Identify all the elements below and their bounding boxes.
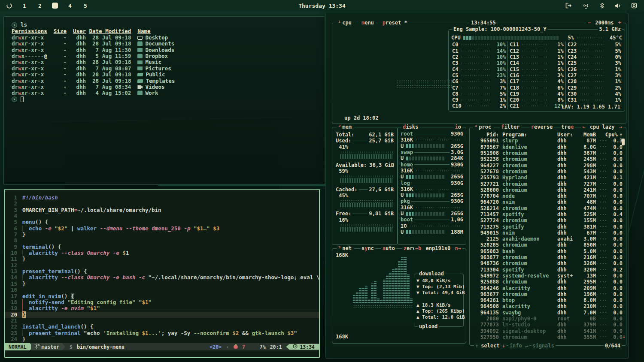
process-mem: 421M bbox=[577, 175, 596, 181]
process-row[interactable]: 527724chromiumdhh155M0.0 bbox=[470, 217, 626, 223]
terminal-output[interactable]: ›lsPermissionsSizeUserDate ModifiedNamed… bbox=[4, 17, 325, 108]
process-row[interactable]: 879567kdenlivedhh8.0G0.0 bbox=[470, 144, 626, 150]
network-panel[interactable]: ³net sync auto zero ←b enp191s0 n→ 168K … bbox=[332, 248, 466, 344]
process-row[interactable]: 949015nvimdhh67M0.0 bbox=[470, 230, 626, 236]
process-row[interactable]: 528285chromiumdhh850M0.0 bbox=[470, 242, 626, 248]
cpu-panel[interactable]: ¹cpu menu preset * 13:34:55 − 2000ms + u… bbox=[332, 23, 626, 124]
process-row[interactable]: 2125avahi-daemonavahi3.0M0.0 bbox=[470, 236, 626, 242]
mem-value: 27,6 GiB bbox=[369, 187, 394, 193]
net-sync-button[interactable]: sync bbox=[360, 245, 375, 251]
cpu-core-row: C77% bbox=[452, 84, 506, 90]
process-row[interactable]: 963677chromiumdhh198M0.0 bbox=[470, 291, 626, 297]
process-row[interactable]: 528214chromiumdhh474M0.0 bbox=[470, 205, 626, 211]
net-graph-bar bbox=[383, 279, 386, 303]
net-interface[interactable]: ←b enp191s0 n→ bbox=[414, 245, 462, 251]
process-row[interactable]: 964135swaybgdhh7.0M0.0 bbox=[470, 310, 626, 316]
process-row[interactable]: 527950chromiumdhh355M0.0 bbox=[470, 334, 626, 340]
ls-name: Work bbox=[137, 90, 158, 96]
process-row[interactable]: 713457spotifydhh525M0.4 bbox=[470, 211, 626, 217]
disks-panel-title[interactable]: disks bbox=[401, 124, 419, 130]
disk-used-meter bbox=[406, 144, 445, 148]
process-row[interactable]: 964227chromiumdhh298M0.0 bbox=[470, 162, 626, 168]
process-row[interactable]: 2080napi/phy0-0root0B0.0 bbox=[470, 316, 626, 322]
process-row[interactable]: 964261btopdhh8.0M0.0 bbox=[470, 297, 626, 303]
shell-prompt-empty[interactable]: › bbox=[12, 97, 317, 103]
update-interval: − 2000ms + bbox=[586, 20, 623, 26]
process-row[interactable]: 528600chromiumdhh241M0.0 bbox=[470, 187, 626, 193]
proc-sort-selector[interactable]: ← cpu lazy → bbox=[581, 124, 623, 130]
upload-label: upload bbox=[418, 323, 439, 329]
process-row[interactable]: 951908chromiumdhh387M0.0 bbox=[470, 150, 626, 156]
process-row[interactable]: 964508alacrittydhh210M0.0 bbox=[470, 303, 626, 309]
process-row[interactable]: 952238chromiumdhh245M0.0 bbox=[470, 156, 626, 162]
perm-char: d bbox=[12, 71, 15, 78]
select-up-arrow[interactable]: ↑ bbox=[475, 343, 478, 349]
process-row[interactable]: 963877chromiumdhh216M0.0 bbox=[470, 254, 626, 260]
process-row[interactable]: 964246alacrittydhh209M0.0 bbox=[470, 285, 626, 291]
process-user: dhh bbox=[557, 224, 577, 230]
process-row[interactable]: 777873lm-studiodhh379M0.0 bbox=[470, 322, 626, 328]
proc-header-program[interactable]: Program: bbox=[502, 132, 557, 138]
perm-char: r bbox=[24, 84, 28, 90]
select-label: select bbox=[481, 343, 499, 349]
process-row[interactable]: 527678chromiumdhh543M0.0 bbox=[470, 169, 626, 175]
menu-button[interactable]: menu bbox=[360, 20, 375, 26]
process-row[interactable]: 965091slurpdhh87M0.3 bbox=[470, 138, 626, 144]
process-row[interactable]: 527721chromiumdhh727M0.0 bbox=[470, 181, 626, 187]
process-panel[interactable]: ⁴proc filter reverse tree ← cpu lazy → P… bbox=[469, 127, 626, 346]
proc-reverse-button[interactable]: reverse bbox=[530, 124, 554, 130]
disk-io-graph bbox=[416, 206, 461, 209]
proc-scroll-down-icon[interactable]: ↓ bbox=[623, 333, 626, 339]
process-row[interactable]: 925888chromiumdhh295M0.0 bbox=[470, 279, 626, 285]
cpu-panel-title[interactable]: ¹cpu bbox=[337, 20, 354, 26]
net-auto-button[interactable]: auto bbox=[381, 245, 396, 251]
process-row[interactable]: 964720nvimdhh48M0.0 bbox=[470, 199, 626, 205]
line-number: 6 bbox=[5, 226, 22, 232]
perm-char: d bbox=[12, 34, 15, 41]
proc-scrollbar-thumb[interactable] bbox=[622, 139, 625, 145]
core-usage-graph bbox=[461, 87, 490, 89]
cpu-core-row: C111% bbox=[510, 42, 563, 48]
proc-header-user[interactable]: User: bbox=[557, 132, 577, 138]
process-mem: 474M bbox=[577, 205, 596, 211]
mem-panel-title[interactable]: ²mem bbox=[337, 124, 354, 130]
code-token: } bbox=[22, 256, 26, 262]
proc-header-pid[interactable]: Pid: bbox=[472, 132, 499, 138]
code-token: present_terminal bbox=[29, 330, 80, 336]
process-row[interactable]: 965083bashdhh5.0M0.0 bbox=[470, 248, 626, 254]
preset-button[interactable]: preset * bbox=[381, 20, 409, 26]
process-cpu: 0.0 bbox=[610, 205, 623, 211]
core-usage-graph bbox=[579, 62, 606, 64]
memory-panel[interactable]: ²mem Total:62,1 GiBUsed:25,7 GiB 41%Avai… bbox=[332, 127, 398, 245]
proc-panel-title[interactable]: ⁴proc bbox=[473, 124, 494, 130]
proc-tree-button[interactable]: tree bbox=[560, 124, 575, 130]
code-buffer[interactable]: 1#!/bin/bash23OMARCHY_BIN_PATH=~/.local/… bbox=[5, 190, 319, 342]
disks-panel[interactable]: disks io root930G316KU265Gswap3.0GU284Kh… bbox=[398, 127, 466, 245]
process-row[interactable]: 713275spotifydhh381M0.0 bbox=[470, 223, 626, 229]
process-row[interactable]: 713304spotifydhh320M0.2 bbox=[470, 267, 626, 273]
select-down-arrow[interactable]: ↓ bbox=[502, 343, 505, 349]
proc-header-mem[interactable]: MemB bbox=[577, 132, 596, 138]
ls-filename: Music bbox=[145, 59, 161, 65]
ls-header-label: Date Modified bbox=[89, 28, 131, 34]
signals-button[interactable]: signals bbox=[531, 343, 556, 349]
process-row[interactable]: 394092signal-desktopdhh541M0.0 bbox=[470, 328, 626, 334]
net-panel-title[interactable]: ³net bbox=[337, 245, 354, 251]
process-user: dhh bbox=[557, 217, 577, 223]
process-cpu: 0.0 bbox=[610, 303, 623, 309]
info-button[interactable]: info ↵ bbox=[508, 343, 529, 349]
process-row[interactable]: 549972systemd-resolvesyst+13M0.0 bbox=[470, 273, 626, 279]
line-number: 20 bbox=[5, 312, 22, 318]
code-line: 3OMARCHY_BIN_PATH=~/.local/share/omarchy… bbox=[5, 207, 319, 213]
core-usage-graph bbox=[579, 80, 606, 83]
disk-io-row: IO bbox=[401, 223, 463, 229]
process-row[interactable]: 948736chromiumdhh328M0.0 bbox=[470, 260, 626, 266]
proc-header-cpu[interactable]: Cpu% bbox=[605, 132, 618, 138]
proc-filter-button[interactable]: filter bbox=[500, 124, 521, 130]
process-cpu-graph bbox=[599, 226, 606, 228]
process-pid: 964261 bbox=[472, 297, 499, 303]
nvim-cmdline[interactable] bbox=[5, 350, 319, 357]
disks-io-toggle[interactable]: io bbox=[454, 124, 462, 130]
process-row[interactable]: 255793Hyprlanddhh421M0.1 bbox=[470, 175, 626, 181]
process-row[interactable]: 778704nodedhh707M0.0 bbox=[470, 193, 626, 199]
